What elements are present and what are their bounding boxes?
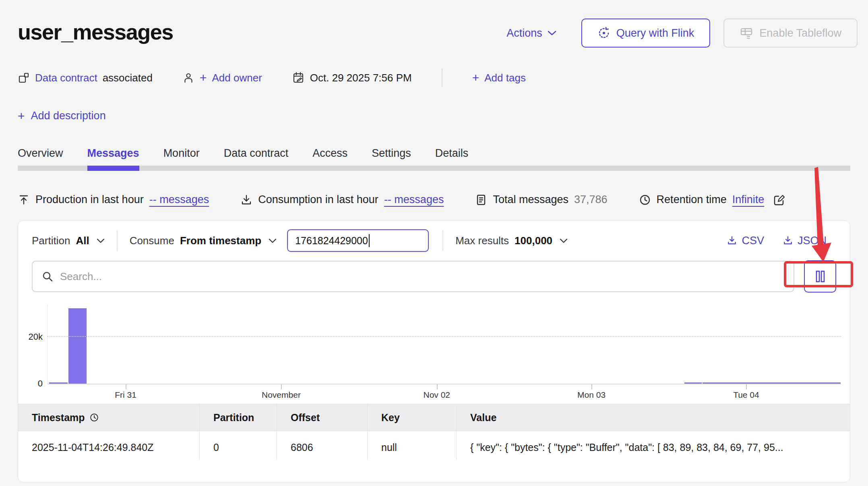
- max-results-filter[interactable]: Max results 100,000: [455, 235, 568, 247]
- enable-tableflow-label: Enable Tableflow: [759, 27, 841, 39]
- topic-meta-row: Data contract associated + Add owner Oct…: [0, 69, 868, 87]
- csv-label: CSV: [742, 235, 764, 247]
- filter-divider: [442, 230, 443, 251]
- x-axis-tick: [281, 384, 282, 389]
- x-axis-label: Tue 04: [733, 390, 759, 400]
- text-caret: [369, 234, 370, 247]
- tab-data-contract[interactable]: Data contract: [224, 147, 289, 160]
- plus-icon: +: [18, 110, 25, 122]
- actions-label: Actions: [506, 27, 542, 39]
- add-description[interactable]: + Add description: [0, 110, 868, 122]
- upload-icon: [18, 194, 30, 206]
- column-header-label: Value: [470, 412, 496, 424]
- download-csv-button[interactable]: CSV: [727, 235, 764, 247]
- consume-label: Consume: [130, 235, 174, 247]
- tab-messages[interactable]: Messages: [87, 147, 139, 160]
- tab-indicator: [87, 166, 139, 171]
- timestamp-value: 1761824429000: [295, 235, 368, 247]
- column-header-value[interactable]: Value: [457, 404, 850, 431]
- timestamp-input[interactable]: 1761824429000: [287, 229, 429, 252]
- document-icon: [475, 194, 487, 206]
- total-messages-stat: Total messages 37,786: [475, 193, 607, 206]
- tab-monitor[interactable]: Monitor: [163, 147, 200, 160]
- cell-timestamp: 2025-11-04T14:26:49.840Z: [18, 431, 200, 460]
- edit-icon[interactable]: [773, 194, 785, 206]
- retention-label: Retention time: [657, 193, 727, 206]
- y-axis-label: 0: [38, 378, 43, 389]
- filter-toolbar: Partition All Consume From timestamp 176…: [18, 221, 850, 260]
- column-header-partition[interactable]: Partition: [200, 404, 277, 431]
- total-messages-value: 37,786: [574, 193, 608, 206]
- add-description-label: Add description: [31, 110, 106, 122]
- created-date: Oct. 29 2025 7:56 PM: [292, 71, 412, 84]
- consume-filter[interactable]: Consume From timestamp: [130, 235, 277, 247]
- chevron-down-icon: [548, 30, 556, 36]
- chevron-down-icon: [269, 238, 277, 243]
- x-axis-label: Mon 03: [577, 390, 606, 400]
- cell-key: null: [368, 431, 457, 460]
- production-stat: Production in last hour -- messages: [18, 193, 209, 206]
- data-contract-suffix: associated: [103, 72, 153, 84]
- consumption-messages-link[interactable]: -- messages: [384, 193, 444, 206]
- partition-filter[interactable]: Partition All: [32, 235, 105, 247]
- column-header-label: Offset: [291, 412, 320, 424]
- column-header-offset[interactable]: Offset: [277, 404, 368, 431]
- retention-value-link[interactable]: Infinite: [732, 193, 765, 206]
- data-contract-meta: Data contract associated: [18, 72, 153, 84]
- tab-access[interactable]: Access: [312, 147, 347, 160]
- production-label: Production in last hour: [35, 193, 144, 206]
- production-messages-link[interactable]: -- messages: [149, 193, 209, 206]
- add-owner[interactable]: + Add owner: [182, 72, 262, 84]
- tableflow-icon: [740, 26, 753, 40]
- consumption-label: Consumption in last hour: [258, 193, 378, 206]
- tab-settings[interactable]: Settings: [372, 147, 411, 160]
- chart-bar: [49, 382, 68, 384]
- calendar-edit-icon: [292, 71, 305, 84]
- chart-xticks: Fri 31NovemberNov 02Mon 03Tue 04: [47, 384, 841, 404]
- download-json-button[interactable]: JSON: [783, 235, 827, 247]
- messages-table: Timestamp Partition Offset Key Value 202…: [18, 404, 850, 460]
- x-axis-label: Fri 31: [115, 390, 136, 400]
- search-icon: [41, 270, 54, 282]
- columns-toggle-button[interactable]: [804, 260, 836, 293]
- json-label: JSON: [798, 235, 827, 247]
- query-with-flink-button[interactable]: Query with Flink: [581, 19, 711, 48]
- add-tags[interactable]: + Add tags: [472, 72, 526, 84]
- enable-tableflow-button[interactable]: Enable Tableflow: [723, 19, 858, 48]
- page-header: user_messages Actions Query with Flink: [0, 0, 868, 48]
- data-contract-link[interactable]: Data contract: [35, 72, 97, 84]
- plus-icon: +: [200, 72, 207, 84]
- x-axis-tick: [437, 384, 438, 389]
- y-axis-label: 20k: [29, 332, 43, 342]
- column-header-key[interactable]: Key: [368, 404, 457, 431]
- header-actions: Actions Query with Flink: [506, 19, 858, 48]
- consumption-stat: Consumption in last hour -- messages: [240, 193, 444, 206]
- partition-label: Partition: [32, 235, 70, 247]
- download-icon: [783, 235, 793, 246]
- messages-panel: Partition All Consume From timestamp 176…: [18, 220, 850, 482]
- search-input[interactable]: [60, 270, 785, 283]
- plus-icon: +: [472, 72, 479, 84]
- clock-icon: [89, 413, 99, 422]
- actions-dropdown[interactable]: Actions: [506, 27, 556, 39]
- partition-value: All: [76, 235, 89, 247]
- chart-plot: 20k0: [47, 305, 841, 384]
- add-owner-label: Add owner: [212, 72, 262, 84]
- tab-details[interactable]: Details: [435, 147, 469, 160]
- tab-overview[interactable]: Overview: [18, 147, 63, 160]
- columns-icon: [813, 270, 827, 283]
- created-date-value: Oct. 29 2025 7:56 PM: [310, 72, 412, 84]
- chevron-down-icon: [560, 238, 568, 243]
- table-row[interactable]: 2025-11-04T14:26:49.840Z 0 6806 null { "…: [18, 431, 850, 460]
- person-icon: [182, 72, 194, 84]
- chevron-down-icon: [97, 238, 105, 243]
- tabs: Overview Messages Monitor Data contract …: [18, 147, 850, 160]
- meta-divider: [442, 69, 442, 87]
- search-box: [32, 261, 794, 292]
- cell-value: { "key": { "bytes": { "type": "Buffer", …: [457, 431, 850, 460]
- chart-bar: [684, 382, 702, 384]
- column-header-timestamp[interactable]: Timestamp: [18, 404, 200, 431]
- column-header-label: Partition: [213, 412, 254, 424]
- filter-divider: [117, 230, 118, 251]
- retention-stat: Retention time Infinite: [639, 193, 785, 206]
